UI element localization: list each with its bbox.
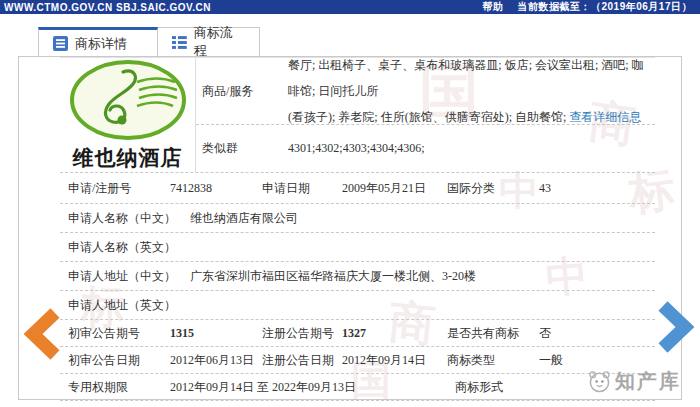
row-applicant-address-cn: 申请人地址（中文） 广东省深圳市福田区福华路福庆大厦一楼北侧、3-20楼 — [60, 262, 655, 291]
list-grid-icon — [172, 35, 187, 50]
field-label: 初审公告日期 — [68, 352, 170, 369]
field-value: 2009年05月21日 — [342, 180, 447, 197]
field-label: 申请人名称（中文） — [68, 210, 190, 227]
field-value: 2012年09月14日 至 2022年09月13日 — [170, 379, 455, 396]
goods-services-row: 商品/服务 餐厅; 出租椅子、桌子、桌布和玻璃器皿; 饭店; 会议室出租; 酒吧… — [196, 58, 655, 125]
row-goods: 维也纳酒店 商品/服务 餐厅; 出租椅子、桌子、桌布和玻璃器皿; 饭店; 会议室… — [60, 58, 655, 173]
trademark-detail-page: WWW.CTMO.GOV.CN SBJ.SAIC.GOV.CN 帮助 当前数据截… — [0, 0, 700, 407]
help-link[interactable]: 帮助 — [483, 0, 504, 14]
field-label: 是否共有商标 — [447, 325, 539, 342]
tab-trademark-detail[interactable]: 商标详情 — [38, 27, 158, 57]
view-detail-link[interactable]: 查看详细信息 — [569, 110, 641, 124]
trademark-image[interactable]: 维也纳酒店 — [60, 58, 196, 172]
goods-services-label: 商品/服务 — [202, 83, 288, 100]
trademark-name-text: 维也纳酒店 — [73, 144, 183, 172]
data-cutoff-note: 当前数据截至：（2019年06月17日） — [518, 0, 693, 14]
field-label: 国际分类 — [447, 180, 539, 197]
field-label: 申请/注册号 — [68, 180, 170, 197]
field-value: 2012年09月14日 — [342, 352, 447, 369]
row-applicant-address-en: 申请人地址（英文） — [60, 291, 655, 320]
similar-group-row: 类似群 4301;4302;4303;4304;4306; — [196, 125, 655, 172]
previous-record-arrow[interactable] — [22, 306, 62, 368]
chevron-right-icon — [656, 299, 696, 357]
field-label: 注册公告期号 — [262, 325, 342, 342]
field-label: 申请日期 — [262, 180, 342, 197]
brand-watermark-text: 知产库 — [615, 368, 681, 395]
trademark-logo-graphic — [67, 58, 189, 142]
mascot-face-icon — [588, 370, 611, 393]
field-value: 7412838 — [170, 181, 262, 196]
field-value: 1315 — [170, 326, 262, 341]
field-label: 申请人地址（英文） — [68, 297, 190, 314]
goods-line1: 餐厅; 出租椅子、桌子、桌布和玻璃器皿; 饭店; 会议室出租; 酒吧; 咖啡馆;… — [288, 58, 644, 98]
row-applicant-name-en: 申请人名称（英文） — [60, 233, 655, 262]
tab-process-label: 商标流程 — [194, 24, 245, 60]
row-applicant-name-cn: 申请人名称（中文） 维也纳酒店有限公司 — [60, 204, 655, 233]
chevron-left-icon — [22, 306, 62, 364]
field-value: 2012年06月13日 — [170, 352, 262, 369]
site-urls: WWW.CTMO.GOV.CN SBJ.SAIC.GOV.CN — [4, 2, 211, 13]
detail-table: 维也纳酒店 商品/服务 餐厅; 出租椅子、桌子、桌布和玻璃器皿; 饭店; 会议室… — [60, 57, 655, 399]
field-label: 商标形式 — [455, 379, 547, 396]
similar-group-value: 4301;4302;4303;4304;4306; — [288, 141, 425, 156]
field-label: 商标类型 — [447, 352, 539, 369]
field-label: 注册公告日期 — [262, 352, 342, 369]
field-value: 一般 — [539, 352, 655, 369]
field-label: 专用权期限 — [68, 379, 170, 396]
goods-line2: (看孩子); 养老院; 住所(旅馆、供膳寄宿处); 自助餐馆; — [288, 110, 569, 124]
field-value: 1327 — [342, 326, 447, 341]
next-record-arrow[interactable] — [656, 299, 696, 361]
goods-services-value: 餐厅; 出租椅子、桌子、桌布和玻璃器皿; 饭店; 会议室出租; 酒吧; 咖啡馆;… — [288, 52, 655, 130]
top-bar: WWW.CTMO.GOV.CN SBJ.SAIC.GOV.CN 帮助 当前数据截… — [0, 0, 700, 14]
field-label: 初审公告期号 — [68, 325, 170, 342]
similar-group-label: 类似群 — [202, 140, 288, 157]
field-label: 申请人名称（英文） — [68, 239, 190, 256]
row-gazette-dates: 初审公告日期 2012年06月13日 注册公告日期 2012年09月14日 商标… — [60, 347, 655, 374]
field-value: 否 — [539, 325, 655, 342]
brand-watermark: 知产库 — [588, 368, 681, 395]
tab-trademark-process[interactable]: 商标流程 — [158, 27, 260, 57]
field-value: 43 — [539, 181, 655, 196]
detail-panel: 国 商 标 中 商 标 中 国 维也纳 — [18, 56, 682, 400]
field-value: 广东省深圳市福田区福华路福庆大厦一楼北侧、3-20楼 — [190, 268, 655, 285]
tab-detail-label: 商标详情 — [75, 35, 127, 53]
field-label: 申请人地址（中文） — [68, 268, 190, 285]
row-gazette-numbers: 初审公告期号 1315 注册公告期号 1327 是否共有商标 否 — [60, 320, 655, 347]
field-value: 维也纳酒店有限公司 — [190, 210, 655, 227]
row-registration: 申请/注册号 7412838 申请日期 2009年05月21日 国际分类 43 — [60, 173, 655, 204]
document-icon — [53, 36, 68, 51]
row-validity-period: 专用权期限 2012年09月14日 至 2022年09月13日 商标形式 — [60, 374, 655, 401]
